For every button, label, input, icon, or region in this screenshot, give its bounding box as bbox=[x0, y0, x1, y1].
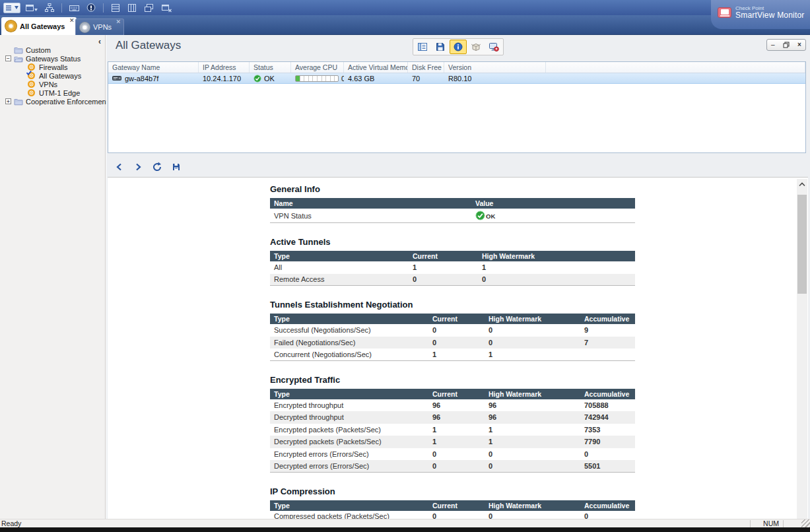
disconnect-icon[interactable] bbox=[485, 40, 502, 54]
column-header-status[interactable]: Status bbox=[250, 62, 291, 73]
tree-view-icon[interactable] bbox=[43, 2, 56, 14]
custom-commands-icon[interactable] bbox=[67, 2, 81, 14]
detail-row-label: Encrypted packets (Packets/Sec) bbox=[270, 426, 428, 434]
refresh-icon[interactable] bbox=[152, 162, 162, 172]
tree-expander-icon[interactable]: − bbox=[5, 55, 11, 61]
detail-row-value: 0 bbox=[485, 512, 580, 519]
close-tab-icon[interactable]: ✕ bbox=[69, 18, 75, 24]
save-results-icon[interactable] bbox=[171, 162, 182, 172]
save-view-icon[interactable] bbox=[432, 40, 449, 54]
main-panel: All Gateways – × Gateway NameIP AddressS… bbox=[106, 35, 810, 519]
detail-column-header-accumulative: Accumulative bbox=[580, 315, 635, 323]
detail-row-label: Compressed packets (Packets/Sec) bbox=[270, 512, 428, 519]
gateway-report: General InfoNameValueVPN StatusOKActive … bbox=[270, 178, 635, 519]
vertical-scrollbar[interactable] bbox=[797, 179, 807, 519]
package-icon[interactable] bbox=[467, 40, 485, 54]
sidebar-item-custom[interactable]: Custom bbox=[0, 46, 105, 54]
detail-row-label: Encrypted throughput bbox=[270, 401, 428, 409]
status-value-text: OK bbox=[486, 213, 495, 220]
app-menu-button[interactable] bbox=[3, 3, 20, 13]
sidebar-item-utm-1-edge[interactable]: UTM-1 Edge bbox=[0, 88, 105, 97]
gateway-row[interactable]: gw-a84b7f10.24.1.170OK0%4.63 GB70R80.10 bbox=[108, 73, 805, 84]
cascade-windows-icon[interactable] bbox=[142, 2, 156, 14]
scrollbar-thumb[interactable] bbox=[797, 195, 807, 294]
detail-column-header-current: Current bbox=[428, 390, 485, 398]
toolbar-separator bbox=[61, 3, 62, 13]
tree-expander-icon[interactable]: + bbox=[5, 98, 11, 104]
column-header-active-virtual-memory[interactable]: Active Virtual Memory bbox=[344, 62, 408, 73]
detail-row: Encrypted errors (Errors/Sec)000 bbox=[270, 448, 635, 461]
gateway-name-text: gw-a84b7f bbox=[125, 75, 158, 83]
detail-column-header-current: Current bbox=[409, 252, 478, 260]
detail-row-value: 96 bbox=[428, 413, 485, 421]
close-icon[interactable]: × bbox=[797, 42, 801, 48]
detail-row: Decrypted errors (Errors/Sec)005501 bbox=[270, 460, 635, 473]
status-text: OK bbox=[264, 75, 275, 83]
views-menu-icon[interactable] bbox=[24, 2, 40, 14]
column-header-disk-free[interactable]: Disk Free % bbox=[408, 62, 444, 73]
detail-table-header: TypeCurrentHigh Watermark bbox=[270, 251, 635, 261]
sidebar-item-all-gateways[interactable]: All Gateways bbox=[0, 71, 105, 80]
statusbar-divider bbox=[750, 520, 751, 527]
gateway-tab-icon bbox=[5, 20, 17, 32]
close-all-windows-icon[interactable] bbox=[159, 2, 174, 14]
sidebar-item-gateways-status[interactable]: −Gateways Status bbox=[0, 54, 105, 63]
detail-column-header-current: Current bbox=[428, 502, 485, 510]
detail-row-value: 0 bbox=[409, 275, 478, 283]
info-view-icon[interactable] bbox=[450, 40, 467, 54]
sidebar-item-cooperative-enforcement[interactable]: +Cooperative Enforcement bbox=[0, 97, 105, 106]
sidebar-item-label: UTM-1 Edge bbox=[39, 89, 80, 97]
section-title-general-info: General Info bbox=[270, 184, 635, 194]
detail-column-header-high-watermark: High Watermark bbox=[485, 315, 580, 323]
cell-gateway-name: gw-a84b7f bbox=[108, 73, 199, 83]
detail-row-value: 0 bbox=[428, 326, 485, 334]
restore-icon[interactable] bbox=[783, 42, 790, 48]
detail-row-value: 0 bbox=[580, 512, 635, 519]
num-lock-indicator: NUM bbox=[763, 519, 779, 527]
column-header-filler bbox=[546, 62, 805, 73]
scroll-up-icon[interactable] bbox=[797, 179, 807, 190]
statusbar-divider bbox=[783, 520, 784, 527]
detail-row-value: 0 bbox=[428, 462, 485, 470]
close-tab-icon[interactable]: ✕ bbox=[116, 19, 121, 25]
detail-row-label: Remote Access bbox=[270, 275, 409, 283]
gateways-table-header: Gateway NameIP AddressStatusAverage CPUA… bbox=[108, 62, 805, 73]
detail-row-value: 742944 bbox=[580, 413, 635, 421]
gateways-table: Gateway NameIP AddressStatusAverage CPUA… bbox=[108, 61, 806, 153]
sidebar-item-label: Cooperative Enforcement bbox=[26, 98, 108, 106]
cell-version: R80.10 bbox=[444, 73, 546, 83]
sidebar-item-label: VPNs bbox=[39, 81, 57, 88]
column-header-gateway-name[interactable]: Gateway Name bbox=[108, 62, 199, 73]
cell-active-virtual-memory: 4.63 GB bbox=[344, 73, 408, 83]
column-header-average-cpu[interactable]: Average CPU bbox=[291, 62, 344, 73]
list-view-icon[interactable] bbox=[109, 2, 122, 14]
detail-row-value: 7790 bbox=[580, 438, 635, 446]
sidebar-collapse-button[interactable]: ‹ bbox=[98, 38, 101, 46]
detail-column-header-name: Name bbox=[270, 199, 471, 207]
cell-disk-free: 70 bbox=[408, 73, 444, 83]
detail-row-value: 0 bbox=[485, 326, 580, 334]
tab-all-gateways[interactable]: All Gateways ✕ bbox=[1, 17, 77, 35]
system-alert-icon[interactable] bbox=[84, 2, 98, 14]
minimize-icon[interactable]: – bbox=[771, 42, 775, 48]
detail-row-value: 0 bbox=[428, 512, 485, 519]
checkpoint-logo-icon bbox=[718, 7, 731, 18]
detail-row-value: 7 bbox=[580, 339, 635, 347]
column-header-version[interactable]: Version bbox=[444, 62, 546, 73]
cell-average-cpu: 0% bbox=[291, 73, 344, 83]
view-toolbar bbox=[413, 38, 504, 55]
detail-row: Encrypted throughput9696705888 bbox=[270, 399, 635, 412]
column-view-icon[interactable] bbox=[125, 2, 139, 14]
sidebar-item-vpns[interactable]: VPNs bbox=[0, 80, 105, 88]
column-header-ip-address[interactable]: IP Address bbox=[199, 62, 250, 73]
bottom-strip bbox=[0, 527, 810, 532]
details-view-icon[interactable] bbox=[414, 40, 431, 54]
forward-icon[interactable] bbox=[133, 162, 143, 172]
detail-row-label: Failed (Negotiations/Sec) bbox=[270, 339, 428, 347]
sidebar-item-label: Custom bbox=[26, 46, 51, 54]
tab-vpns[interactable]: VPNs ✕ bbox=[75, 18, 124, 35]
back-icon[interactable] bbox=[114, 162, 124, 172]
detail-column-header-type: Type bbox=[270, 252, 409, 260]
gateway-icon bbox=[27, 89, 36, 97]
sidebar-item-firewalls[interactable]: Firewalls bbox=[0, 63, 105, 71]
